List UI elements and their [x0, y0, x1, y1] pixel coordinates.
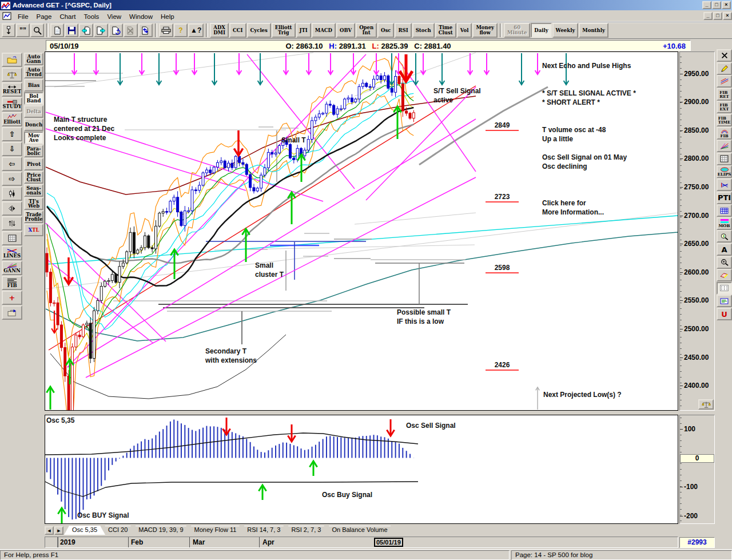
indicator-adx-dmi[interactable]: ADX DMI	[210, 23, 229, 38]
timeframe-60-minute[interactable]: 60 Minute	[504, 23, 530, 38]
arrow-down-icon[interactable]: ⇩	[2, 142, 22, 156]
delete-page-icon[interactable]	[124, 23, 138, 37]
time-axis[interactable]: 2019FebMarApr05/01/19	[45, 537, 678, 548]
open-folder-icon[interactable]	[2, 53, 22, 67]
tab-scroll-right-button[interactable]: ▶	[54, 526, 63, 535]
indicator-cycles[interactable]: Cycles	[247, 23, 271, 38]
study-bol-band[interactable]: Bol Band	[24, 92, 43, 105]
title-bar[interactable]: Advanced GET - [^GSPC, Daily] _ □ ×	[0, 0, 732, 10]
menu-view[interactable]: View	[103, 12, 125, 21]
child-close-button[interactable]: ×	[723, 12, 732, 20]
mob-icon[interactable]: MOB	[717, 217, 732, 230]
gann-button[interactable]: GANN	[2, 261, 22, 275]
arrow-up-icon[interactable]: ⇧	[2, 127, 22, 141]
tab-money-flow-11[interactable]: Money Flow 11	[186, 526, 245, 535]
scale-icon[interactable]	[2, 216, 22, 231]
trendlines-icon[interactable]	[717, 75, 732, 88]
main-chart[interactable]: Main T structurecentered at 21 DecLooks …	[45, 51, 678, 411]
tab-rsi-2-7-3[interactable]: RSI 2, 7, 3	[283, 526, 329, 535]
indicator-obv[interactable]: OBV	[336, 23, 355, 38]
lines-button[interactable]: LINES	[2, 246, 22, 260]
fan-lines-icon[interactable]	[717, 140, 732, 152]
tab-cci-20[interactable]: CCI 20	[100, 526, 136, 535]
grid-tool-icon[interactable]	[717, 153, 732, 165]
study-seas-onals[interactable]: Seas- onals	[24, 184, 43, 197]
pin-icon[interactable]	[2, 23, 15, 37]
restore-button[interactable]: □	[712, 1, 721, 9]
dot-grid-icon[interactable]	[717, 282, 732, 295]
menu-page[interactable]: Page	[33, 12, 56, 21]
next-page-icon[interactable]	[94, 23, 108, 37]
fib-button[interactable]: FIB	[2, 276, 22, 290]
child-minimize-button[interactable]: _	[703, 12, 713, 20]
timeframe-daily[interactable]: Daily	[531, 23, 551, 38]
eraser-icon[interactable]	[717, 269, 732, 281]
study-auto-trend[interactable]: Auto Trend	[24, 66, 43, 78]
save-icon[interactable]	[65, 23, 78, 37]
text-tool-button[interactable]: A	[717, 243, 732, 256]
magnet-button[interactable]: U	[717, 308, 732, 320]
study-mov-ave[interactable]: Mov Ave	[24, 132, 43, 144]
tab-on-balance-volume[interactable]: On Balance Volume	[324, 526, 395, 535]
send-chart-icon[interactable]	[2, 305, 22, 320]
more-info-link[interactable]: Click here for	[542, 199, 586, 207]
pencil-icon[interactable]	[717, 62, 732, 75]
study-donch[interactable]: Donch	[24, 118, 43, 131]
indicator-vol[interactable]: Vol	[457, 23, 472, 38]
reload-icon[interactable]	[109, 23, 123, 37]
arrow-left-icon[interactable]: ⇦	[2, 157, 22, 171]
study-trade-profile[interactable]: Trade Profile	[24, 211, 43, 223]
notes-icon[interactable]	[717, 295, 732, 307]
study-auto-gann[interactable]: Auto Gann	[24, 53, 43, 65]
fib-time-button[interactable]: FIB TIME	[717, 114, 732, 126]
bar-spacing-icon[interactable]	[2, 186, 22, 201]
indicator-time-clust[interactable]: Time Clust	[435, 23, 456, 38]
menu-tools[interactable]: Tools	[80, 12, 104, 21]
close-drawing-icon[interactable]	[717, 49, 732, 62]
study-button[interactable]: STUDY	[2, 97, 22, 112]
oscillator-scale[interactable]: 100-100-2000	[679, 415, 715, 524]
indicator-stoch[interactable]: Stoch	[412, 23, 435, 38]
menu-window[interactable]: Window	[125, 12, 157, 21]
indicator-open-int[interactable]: Open Int	[356, 23, 377, 38]
help-icon[interactable]: ?	[174, 23, 188, 37]
new-chart-icon[interactable]	[50, 23, 64, 37]
study-xtl[interactable]: XTL	[24, 224, 43, 236]
switch-symbol-icon[interactable]	[138, 23, 153, 37]
compare-icon[interactable]	[2, 201, 22, 216]
child-restore-button[interactable]: □	[713, 12, 722, 20]
print-icon[interactable]	[159, 23, 173, 37]
minimize-button[interactable]: _	[702, 1, 711, 9]
menu-chart[interactable]: Chart	[55, 12, 79, 21]
search-icon[interactable]	[30, 23, 44, 37]
grid-icon[interactable]	[2, 231, 22, 245]
ellipse-icon[interactable]: ELIPS	[717, 165, 732, 178]
tab-scroll-left-button[interactable]: ◀	[45, 526, 54, 535]
indicator-elliott-trig[interactable]: Elliott Trig	[272, 23, 296, 38]
pitchfork-icon[interactable]	[717, 178, 732, 191]
tab-osc-5-35[interactable]: Osc 5,35	[64, 526, 105, 535]
scale-settings-button[interactable]	[698, 399, 714, 410]
timeframe-weekly[interactable]: Weekly	[552, 23, 579, 38]
price-scale[interactable]: 2950.002900.002850.002800.002750.002700.…	[679, 51, 715, 411]
reset-button[interactable]: RESET	[2, 82, 22, 97]
prev-page-icon[interactable]	[79, 23, 93, 37]
study-tj-s-web[interactable]: TJ's Web	[24, 197, 43, 210]
study-delta[interactable]: Delta	[24, 105, 43, 118]
zoom-in-icon[interactable]	[717, 256, 732, 269]
arrow-right-icon[interactable]: ⇨	[2, 172, 22, 186]
quotes-icon[interactable]: ””	[16, 23, 30, 37]
elliott-button[interactable]: Elliott	[2, 112, 22, 126]
pti-button[interactable]: PTI	[717, 192, 732, 204]
blue-grid-icon[interactable]	[717, 204, 732, 217]
tab-rsi-14-7-3[interactable]: RSI 14, 7, 3	[239, 526, 288, 535]
indicator-cci[interactable]: CCI	[229, 23, 246, 38]
indicator-macd[interactable]: MACD	[312, 23, 336, 38]
study-bias[interactable]: Bias	[24, 79, 43, 92]
scales-icon[interactable]	[2, 67, 22, 82]
context-help-icon[interactable]: ▲?	[188, 23, 204, 37]
oscillator-canvas[interactable]	[45, 415, 678, 523]
study-para-bolic[interactable]: Para- bolic	[24, 145, 43, 157]
indicator-rsi[interactable]: RSI	[395, 23, 411, 38]
fib-extension-button[interactable]: FIB EXT	[717, 101, 732, 113]
